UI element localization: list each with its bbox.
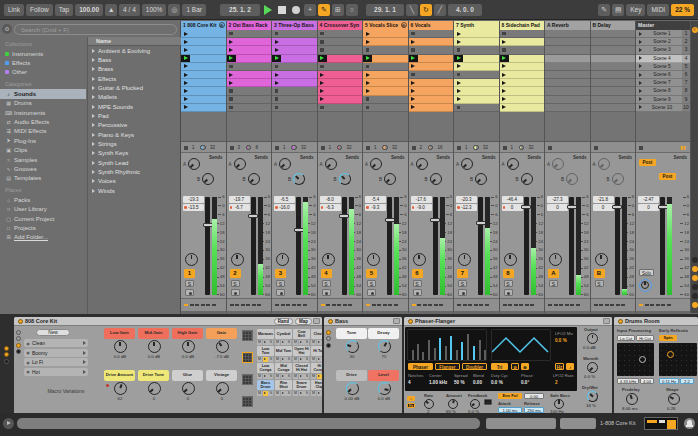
scene-row[interactable]: Scene 1010 <box>636 104 690 112</box>
pad-play-button[interactable] <box>299 357 304 362</box>
browser-list-item[interactable]: Winds <box>88 186 181 195</box>
mode-tab-flanger[interactable]: Flanger <box>435 363 460 370</box>
scene-row[interactable]: Scene 88 <box>636 87 690 95</box>
clip-slot[interactable] <box>363 38 408 46</box>
pad-solo-button[interactable]: S <box>304 340 309 345</box>
pad-mute-button[interactable]: M <box>257 391 262 396</box>
browser-list-item[interactable]: Strings <box>88 139 181 148</box>
phase-value[interactable]: 0.0° <box>521 380 529 385</box>
sidebar-item-current-project[interactable]: ▢Current Project <box>0 214 86 223</box>
clip-slot[interactable] <box>181 87 226 95</box>
crossfade-row[interactable] <box>409 298 454 311</box>
clip-slot[interactable] <box>272 30 317 38</box>
hi-cut-button[interactable]: Hi Cut <box>636 335 654 341</box>
session-overview-icon[interactable]: ≡ <box>692 27 698 33</box>
clip-slot[interactable] <box>409 46 454 54</box>
scene-row[interactable]: Scene 66 <box>636 71 690 79</box>
macro-variation-row[interactable]: ◉Boomy <box>24 349 88 357</box>
clip-slot[interactable] <box>363 63 408 71</box>
clip-slot[interactable] <box>409 30 454 38</box>
drum-pad-hi-conga[interactable]: Hi CongaMS <box>311 363 322 379</box>
sidebar-item-packs[interactable]: ⌂Packs <box>0 195 86 204</box>
clip-slot[interactable] <box>363 46 408 54</box>
track-activator-button[interactable]: 1 <box>184 269 195 278</box>
blend-value[interactable]: 0.00 <box>473 380 482 385</box>
volume-field[interactable]: 0 <box>502 204 523 211</box>
amount-knob[interactable] <box>448 399 458 409</box>
sidebar-item-templates[interactable]: ▤Templates <box>0 174 86 183</box>
track-header[interactable]: 8 Sidechain Pad <box>500 21 545 30</box>
clip-slot[interactable] <box>181 79 226 87</box>
device-title-bar[interactable]: Drums Room <box>614 317 698 326</box>
clip-slot[interactable] <box>181 96 226 104</box>
preview-toggle-icon[interactable] <box>3 418 14 429</box>
rate-hz-button[interactable]: Hz <box>407 403 415 408</box>
send-a-knob[interactable] <box>325 158 337 170</box>
lfo-phase-icon[interactable]: φ <box>511 363 519 370</box>
macro-toggle-icon[interactable] <box>16 330 21 335</box>
mixer-section-toggle-icon[interactable] <box>692 284 698 290</box>
browser-settings-icon[interactable]: ⚙ <box>2 24 12 34</box>
pad-play-button[interactable] <box>317 391 322 396</box>
clip-slot[interactable] <box>272 96 317 104</box>
phaser-spectrum-display[interactable] <box>407 329 487 361</box>
pad-solo-button[interactable]: S <box>268 357 273 362</box>
chain-toggle-icon[interactable] <box>326 336 331 341</box>
clip-slot[interactable] <box>227 79 272 87</box>
fader-handle[interactable] <box>294 228 304 232</box>
track-activator-button[interactable]: B <box>594 269 605 278</box>
drum-pad-mid-tom[interactable]: Mid TomMS <box>275 346 292 362</box>
lfo2-sync-button[interactable]: ♪ <box>566 363 574 370</box>
pan-knob[interactable] <box>504 253 517 266</box>
drum-pad-low-tom[interactable]: Low TomMS <box>257 346 274 362</box>
arm-button[interactable] <box>367 289 376 296</box>
clip-slot[interactable] <box>454 38 499 46</box>
clip-slot[interactable] <box>318 46 363 54</box>
clip-slot[interactable] <box>227 63 272 71</box>
pad-solo-button[interactable]: S <box>304 391 309 396</box>
pad-solo-button[interactable]: S <box>286 357 291 362</box>
sidebar-item-plug-ins[interactable]: ⮞Plug-Ins <box>0 136 86 145</box>
send-a-knob[interactable] <box>370 158 382 170</box>
empty-slot[interactable] <box>545 79 590 87</box>
spin-rate-field[interactable]: 0.11 Hz <box>659 378 679 384</box>
session-record-button[interactable]: ○ <box>346 4 358 16</box>
drum-pad-hi-tom[interactable]: Hi TomMS <box>311 346 322 362</box>
track-header[interactable]: 4 Crossover Syn <box>318 21 363 30</box>
pad-solo-button[interactable]: S <box>268 340 273 345</box>
crossfade-row[interactable] <box>636 298 690 311</box>
key-map-button[interactable]: Key <box>626 4 645 16</box>
pad-play-button[interactable] <box>281 340 286 345</box>
automation-arm-button[interactable]: ✎ <box>318 4 330 16</box>
launch-variation-icon[interactable] <box>83 351 86 355</box>
volume-field[interactable]: -6.7 <box>229 204 250 211</box>
volume-field[interactable]: -13.5 <box>183 204 204 211</box>
mode-tab-doubler[interactable]: Doubler <box>462 363 487 370</box>
empty-slot[interactable] <box>591 55 636 63</box>
sidebar-item-add-folder-[interactable]: ⊞Add Folder... <box>0 233 86 242</box>
send-b-post-button[interactable]: Post <box>659 173 676 180</box>
pad-mute-button[interactable]: M <box>311 374 316 379</box>
clip-slot[interactable] <box>318 79 363 87</box>
macro-toggle-icon[interactable] <box>326 330 331 335</box>
mixer-section-toggle-icon[interactable] <box>692 266 698 272</box>
notification-bell-icon[interactable] <box>684 418 695 429</box>
pan-knob[interactable] <box>595 253 608 266</box>
spin-button[interactable]: Spin <box>659 335 677 341</box>
fader-handle[interactable] <box>248 214 258 218</box>
pad-play-button[interactable] <box>263 340 268 345</box>
browser-list-item[interactable]: Synth Lead <box>88 158 181 167</box>
drum-pad-claves[interactable]: ClavesMS <box>311 329 322 345</box>
clip-slot[interactable] <box>454 96 499 104</box>
fader-handle[interactable] <box>521 205 531 209</box>
clip-slot[interactable] <box>454 104 499 112</box>
browser-list-item[interactable]: Percussive <box>88 121 181 130</box>
clip-stop-all-icon[interactable] <box>321 146 325 150</box>
macro-knob[interactable] <box>148 382 161 395</box>
clip-slot[interactable] <box>409 63 454 71</box>
scene-row[interactable]: Scene 33 <box>636 46 690 54</box>
macro-knob[interactable] <box>114 382 127 395</box>
clip-slot[interactable] <box>272 55 317 63</box>
dry-wet-knob[interactable] <box>587 391 598 402</box>
macro-variation-row[interactable]: ◉Clean <box>24 339 88 347</box>
